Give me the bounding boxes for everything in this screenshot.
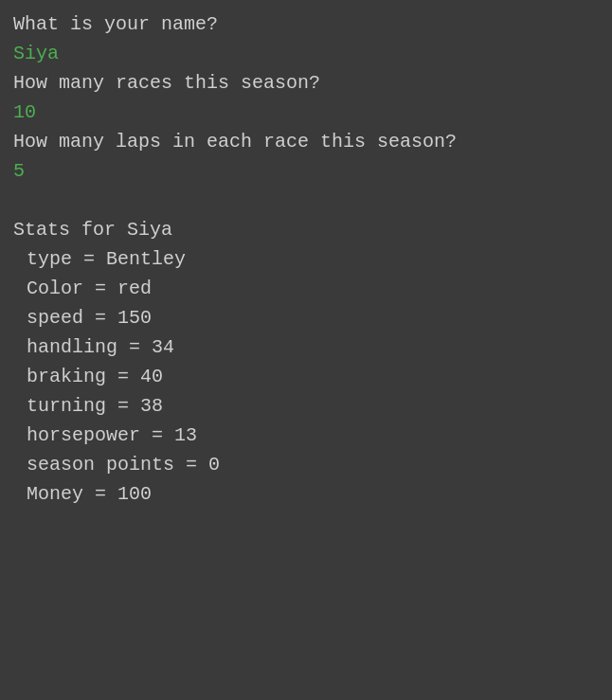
stats-row-2: speed = 150 xyxy=(13,303,599,332)
question-3: How many laps in each race this season? xyxy=(13,127,599,156)
stats-row-0: type = Bentley xyxy=(13,244,599,274)
stats-row-7: season points = 0 xyxy=(13,450,599,479)
question-2: How many races this season? xyxy=(13,68,599,98)
stats-header: Stats for Siya xyxy=(13,215,599,244)
answer-3: 5 xyxy=(13,156,599,186)
stats-row-8: Money = 100 xyxy=(13,479,599,509)
stats-rows: type = BentleyColor = redspeed = 150hand… xyxy=(13,244,599,509)
stats-row-4: braking = 40 xyxy=(13,362,599,391)
answer-1: Siya xyxy=(13,39,599,68)
stats-row-3: handling = 34 xyxy=(13,332,599,362)
stats-row-6: horsepower = 13 xyxy=(13,421,599,450)
answer-2: 10 xyxy=(13,98,599,127)
stats-row-5: turning = 38 xyxy=(13,391,599,421)
stats-row-1: Color = red xyxy=(13,274,599,303)
question-1: What is your name? xyxy=(13,9,599,39)
